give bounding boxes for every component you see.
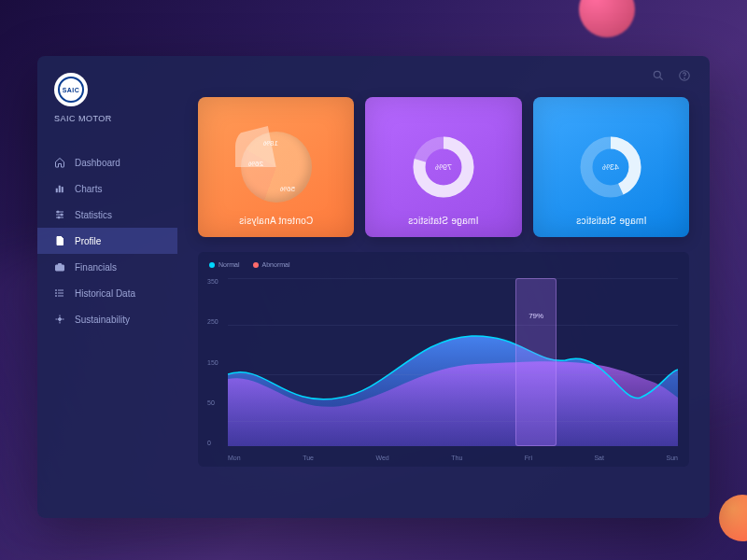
x-axis: Mon Tue Wed Thu Fri Sat Sun xyxy=(228,455,678,461)
sidebar-item-label: Statistics xyxy=(75,210,112,220)
sidebar-item-dashboard[interactable]: Dashboard xyxy=(37,149,177,175)
timeseries-chart: Normal Abnormal 350 250 150 50 0 xyxy=(198,252,689,467)
legend-dot-icon xyxy=(253,262,259,268)
x-tick: Sat xyxy=(594,455,604,461)
brand-logo-text: SAIC xyxy=(58,77,84,103)
svg-line-22 xyxy=(660,77,663,80)
legend-item-abnormal: Abnormal xyxy=(253,261,290,268)
x-tick: Sun xyxy=(666,455,677,461)
card-image-statistics-1[interactable]: 79% Image Statistics xyxy=(365,97,521,237)
search-icon[interactable] xyxy=(652,69,665,86)
chart-legend: Normal Abnormal xyxy=(209,261,678,268)
sidebar-item-historical-data[interactable]: Historical Data xyxy=(37,280,177,306)
x-tick: Fri xyxy=(525,455,532,461)
card-content-analysis[interactable]: 18% 26% 56% Content Analysis xyxy=(198,97,354,237)
list-icon xyxy=(54,287,65,299)
pie-label: 26% xyxy=(248,160,263,168)
legend-item-normal: Normal xyxy=(209,261,240,268)
sidebar-item-label: Historical Data xyxy=(75,288,135,299)
sidebar-item-label: Financials xyxy=(75,262,117,273)
briefcase-icon xyxy=(54,261,65,273)
sustainability-icon xyxy=(54,314,65,325)
card-image-statistics-2[interactable]: 43% Image Statistics xyxy=(533,97,689,237)
home-icon xyxy=(54,157,65,168)
svg-point-16 xyxy=(59,318,62,321)
chart-highlight[interactable]: 79% xyxy=(515,278,556,446)
help-icon[interactable] xyxy=(678,69,691,86)
x-tick: Wed xyxy=(375,455,388,461)
y-tick: 150 xyxy=(207,359,218,366)
svg-rect-1 xyxy=(59,186,61,192)
sidebar-item-label: Profile xyxy=(75,236,101,246)
sidebar-item-sustainability[interactable]: Sustainability xyxy=(37,306,177,332)
sidebar-item-charts[interactable]: Charts xyxy=(37,175,177,202)
stat-cards: 18% 26% 56% Content Analysis 79% Image S… xyxy=(198,97,689,237)
highlight-value: 79% xyxy=(529,312,543,320)
x-tick: Tue xyxy=(303,455,314,461)
document-icon xyxy=(54,235,65,246)
donut-value: 79% xyxy=(435,162,452,172)
svg-point-7 xyxy=(61,214,63,216)
legend-label: Abnormal xyxy=(262,261,290,268)
brand-block: SAIC SAIC MOTOR xyxy=(37,73,177,142)
svg-rect-0 xyxy=(56,189,58,192)
sidebar-item-label: Charts xyxy=(75,184,102,194)
card-title: Image Statistics xyxy=(576,216,646,226)
card-title: Content Analysis xyxy=(239,216,313,226)
dashboard-window: SAIC SAIC MOTOR Dashboard Charts Statist… xyxy=(37,56,710,518)
donut-chart: 79% xyxy=(410,133,477,201)
svg-rect-2 xyxy=(62,188,63,193)
sidebar-item-profile[interactable]: Profile xyxy=(37,228,177,254)
legend-dot-icon xyxy=(209,262,215,268)
donut-value: 43% xyxy=(602,162,619,172)
pie-label: 18% xyxy=(263,139,278,147)
legend-label: Normal xyxy=(218,261,240,268)
brand-name: SAIC MOTOR xyxy=(54,114,161,123)
y-tick: 250 xyxy=(207,318,218,325)
svg-point-8 xyxy=(58,217,60,218)
donut-chart: 43% xyxy=(577,133,644,201)
sidebar-item-label: Sustainability xyxy=(75,315,130,325)
plot-area: 79% xyxy=(228,278,678,446)
main-content: 18% 26% 56% Content Analysis 79% Image S… xyxy=(177,56,710,518)
svg-rect-9 xyxy=(56,265,64,271)
svg-point-6 xyxy=(57,211,59,213)
sidebar-nav: Dashboard Charts Statistics Profile Fina… xyxy=(37,149,177,332)
card-title: Image Statistics xyxy=(408,216,478,226)
pie-chart: 18% 26% 56% xyxy=(241,132,312,203)
svg-point-24 xyxy=(684,78,685,79)
brand-logo: SAIC xyxy=(54,73,88,106)
sliders-icon xyxy=(54,209,65,220)
svg-point-14 xyxy=(56,293,57,294)
y-tick: 50 xyxy=(207,399,218,406)
x-tick: Thu xyxy=(451,455,462,461)
sidebar-item-label: Dashboard xyxy=(75,158,120,168)
top-actions xyxy=(652,69,691,86)
sidebar-item-statistics[interactable]: Statistics xyxy=(37,202,177,228)
y-axis: 350 250 150 50 0 xyxy=(207,278,218,446)
y-tick: 350 xyxy=(207,278,218,285)
sidebar-item-financials[interactable]: Financials xyxy=(37,254,177,280)
x-tick: Mon xyxy=(228,455,241,461)
svg-point-13 xyxy=(56,290,57,291)
svg-point-21 xyxy=(654,71,660,77)
svg-point-15 xyxy=(56,296,57,297)
bars-icon xyxy=(54,183,65,194)
sidebar: SAIC SAIC MOTOR Dashboard Charts Statist… xyxy=(37,56,177,518)
y-tick: 0 xyxy=(207,440,218,446)
pie-label: 56% xyxy=(280,185,295,193)
